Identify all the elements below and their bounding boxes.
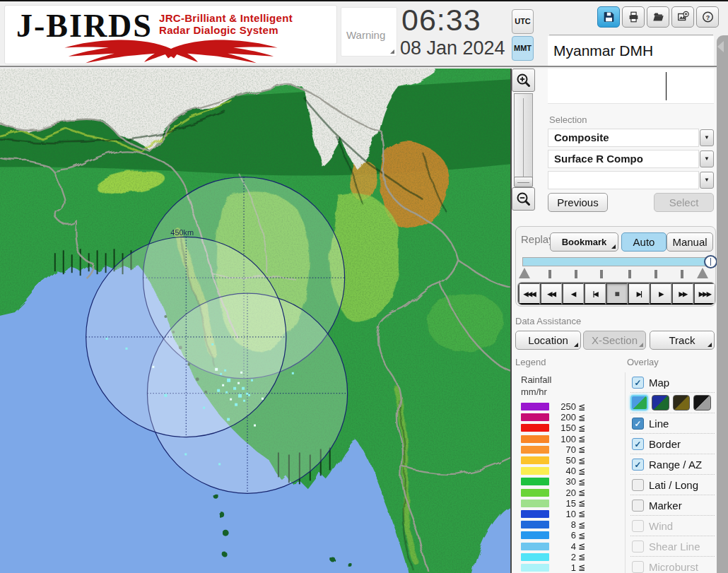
radar-echo	[233, 387, 236, 390]
save-icon	[602, 11, 616, 23]
product-dropdown-arrow-icon[interactable]: ▼	[700, 150, 714, 167]
overlay-row-wind: Wind	[630, 516, 715, 536]
legend-lte-symbol: ≦	[578, 477, 585, 487]
eagle-logo-icon	[9, 38, 333, 65]
previous-button[interactable]: Previous	[548, 193, 608, 212]
add-image-button[interactable]	[671, 6, 694, 28]
legend-lte-symbol: ≦	[578, 402, 585, 412]
jump-start-button[interactable]: ◀◀◀	[518, 283, 540, 305]
panel-collapse-strip[interactable]	[717, 35, 728, 573]
legend-lte-symbol: ≦	[578, 466, 585, 476]
overlay-list: ✓Map✓Line✓Border✓Range / AZLati / LongMa…	[630, 372, 715, 573]
legend-row: 250≦	[521, 401, 600, 412]
legend-lte-symbol: ≦	[578, 509, 585, 519]
overlay-row-microburst: Microburst	[630, 557, 715, 573]
zoom-out-button[interactable]	[512, 187, 535, 211]
jump-end-button[interactable]: ▶▶▶	[693, 283, 715, 305]
legend-value: 30	[549, 476, 576, 487]
zoom-in-button[interactable]	[512, 69, 535, 92]
step-back-button[interactable]: |◀	[584, 283, 606, 305]
option-dropdown-arrow-icon[interactable]: ▼	[700, 172, 714, 189]
rainfall-legend: 250≦200≦150≦100≦70≦50≦40≦30≦20≦15≦10≦8≦6…	[521, 401, 600, 573]
radar-map[interactable]: 450km	[0, 69, 512, 573]
marker-label: Marker	[649, 500, 682, 512]
data-assistance-label: Data Assistance	[515, 316, 581, 326]
line-checkbox[interactable]: ✓	[632, 418, 644, 430]
open-folder-button[interactable]	[647, 6, 669, 28]
range-az-label: Range / AZ	[649, 459, 702, 471]
product-dropdown[interactable]: Surface R Compo	[548, 150, 699, 168]
replay-label: Replay	[521, 233, 554, 245]
legend-color-swatch	[521, 531, 549, 539]
location-button[interactable]: Location	[515, 331, 581, 350]
range-end-marker[interactable]	[697, 268, 708, 278]
help-button[interactable]: ?	[696, 6, 719, 28]
mmt-button[interactable]: MMT	[512, 36, 534, 61]
print-button[interactable]	[622, 6, 645, 28]
playback-controls: ◀◀◀◀◀◀|◀■▶|▶▶▶▶▶▶	[517, 282, 715, 305]
map-style-navy-green[interactable]	[652, 395, 669, 410]
legend-row: 4≦	[521, 540, 600, 551]
timeline-tick	[654, 270, 657, 278]
radar-echo	[242, 387, 245, 390]
zoom-slider-handle[interactable]	[514, 177, 533, 187]
radar-echo	[292, 372, 294, 374]
legend-row: 30≦	[521, 476, 600, 487]
map-style-dark-olive[interactable]	[673, 395, 691, 410]
range-az-checkbox[interactable]: ✓	[632, 459, 644, 471]
legend-value: 20	[549, 488, 576, 498]
radar-echo	[184, 453, 187, 455]
radar-echo	[126, 348, 128, 350]
wind-label: Wind	[649, 520, 673, 532]
legend-row: 2≦	[521, 552, 600, 562]
option-dropdown[interactable]	[548, 171, 699, 189]
replay-progress-handle[interactable]	[704, 255, 717, 268]
play-button[interactable]: ▶	[650, 283, 671, 305]
logo-panel: J-BIRDS JRC-Brilliant & Intelligent Rada…	[4, 5, 337, 64]
play-reverse-button[interactable]: ◀	[562, 283, 584, 305]
warning-button[interactable]: Warning	[341, 7, 397, 57]
range-start-marker[interactable]	[519, 268, 530, 278]
timeline-tick	[628, 270, 631, 278]
lati-long-checkbox[interactable]	[632, 479, 644, 491]
auto-button[interactable]: Auto	[621, 232, 667, 252]
map-checkbox[interactable]: ✓	[632, 377, 644, 389]
legend-lte-symbol: ≦	[578, 541, 585, 551]
zoom-slider-track[interactable]	[514, 93, 533, 184]
fast-forward-button[interactable]: ▶▶	[671, 283, 693, 305]
fast-rewind-button[interactable]: ◀◀	[540, 283, 562, 305]
category-dropdown-arrow-icon[interactable]: ▼	[700, 129, 714, 146]
border-checkbox[interactable]: ✓	[632, 438, 644, 450]
product-text-field[interactable]	[548, 69, 714, 104]
radar-echo	[235, 403, 237, 406]
timeline-tick	[600, 270, 603, 278]
radar-echo	[251, 379, 253, 382]
stop-button[interactable]: ■	[606, 283, 628, 305]
corner-triangle-icon	[611, 244, 616, 249]
marker-checkbox[interactable]	[632, 500, 644, 512]
utc-button[interactable]: UTC	[512, 9, 534, 34]
save-button[interactable]	[597, 6, 620, 28]
legend-lte-symbol: ≦	[578, 488, 585, 497]
manual-button[interactable]: Manual	[667, 232, 713, 252]
category-dropdown[interactable]: Composite	[548, 129, 699, 147]
map-style-blue-green[interactable]	[630, 395, 648, 410]
radar-echo	[220, 373, 222, 375]
help-glyph: ?	[705, 14, 710, 21]
select-button[interactable]: Select	[654, 193, 714, 212]
timeline-tick	[548, 270, 551, 278]
track-button[interactable]: Track	[650, 331, 715, 350]
corner-triangle-icon	[390, 49, 394, 54]
x-section-button[interactable]: X-Section	[583, 331, 646, 350]
radar-echo	[227, 379, 230, 382]
bookmark-button[interactable]: Bookmark	[550, 232, 618, 252]
logo-subtitle-line2: Radar Dialogic System	[159, 24, 293, 36]
legend-color-swatch	[521, 478, 549, 485]
replay-progress-track[interactable]	[522, 257, 711, 266]
legend-color-swatch	[521, 543, 549, 550]
step-forward-button[interactable]: ▶|	[628, 283, 650, 305]
map-style-black-gray[interactable]	[693, 395, 711, 410]
clock-time: 06:33	[401, 3, 481, 37]
legend-color-swatch	[521, 435, 549, 443]
zoom-in-icon	[516, 73, 532, 88]
